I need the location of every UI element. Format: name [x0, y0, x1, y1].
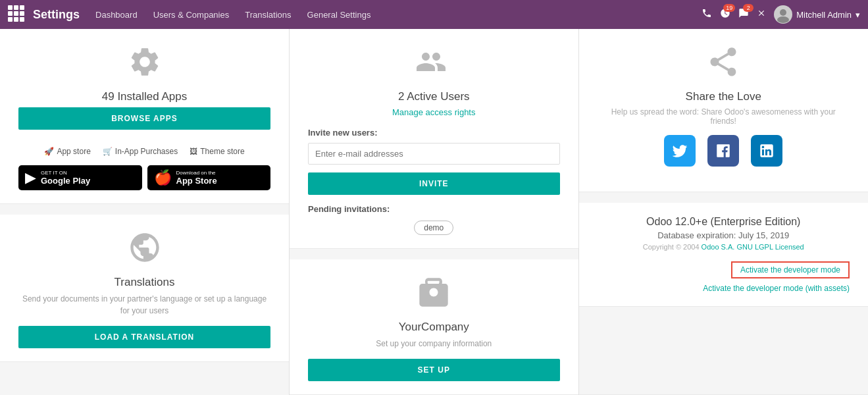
column-users: 2 Active Users Manage access rights Invi… [290, 29, 579, 395]
clock-badge: 19 [723, 4, 735, 12]
facebook-icon[interactable] [707, 135, 739, 167]
nav-translations[interactable]: Translations [245, 10, 291, 20]
pending-chip: demo [414, 221, 453, 235]
nav-dashboard[interactable]: Dashboard [95, 10, 138, 20]
share-title: Share the Love [686, 90, 761, 103]
user-name: Mitchell Admin [796, 10, 852, 20]
column-share: Share the Love Help us spread the word: … [579, 29, 869, 395]
google-play-icon: ▶ [25, 169, 36, 186]
share-love-card: Share the Love Help us spread the word: … [579, 29, 869, 192]
social-icons [664, 135, 782, 167]
google-play-btn[interactable]: ▶ GET IT ON Google Play [18, 165, 142, 190]
user-dropdown-arrow: ▾ [855, 10, 860, 20]
svg-point-1 [777, 16, 789, 23]
theme-store-link[interactable]: 🖼 Theme store [190, 147, 244, 156]
column-apps: 49 Installed Apps BROWSE APPS 🚀 App stor… [0, 29, 290, 395]
pending-label: Pending invitations: [308, 204, 560, 214]
installed-apps-card: 49 Installed Apps BROWSE APPS 🚀 App stor… [0, 29, 289, 204]
activate-developer-mode-link[interactable]: Activate the developer mode [731, 261, 850, 278]
chat-badge: 2 [743, 4, 753, 12]
globe-icon [128, 230, 162, 269]
chat-icon[interactable]: 2 [738, 8, 749, 21]
phone-icon[interactable] [702, 8, 712, 21]
nav-users-companies[interactable]: Users & Companies [153, 10, 230, 20]
app-store-link[interactable]: 🚀 App store [44, 147, 90, 156]
store-links: ▶ GET IT ON Google Play 🍎 Download on th… [18, 165, 270, 190]
linkedin-icon[interactable] [751, 135, 782, 167]
browse-apps-btn[interactable]: BROWSE APPS [18, 107, 270, 130]
company-subtitle: Set up your company information [376, 338, 492, 350]
company-title: YourCompany [399, 321, 469, 334]
translations-card: Translations Send your documents in your… [0, 215, 289, 362]
invite-label: Invite new users: [308, 128, 560, 138]
users-icon [415, 45, 452, 84]
quick-links: 🚀 App store 🛒 In-App Purchases 🖼 Theme s… [18, 147, 270, 156]
translations-title: Translations [115, 276, 175, 289]
version-card: Odoo 12.0+e (Enterprise Edition) Databas… [579, 203, 869, 307]
user-avatar-btn[interactable]: Mitchell Admin ▾ [774, 5, 860, 24]
navbar-links: Dashboard Users & Companies Translations… [95, 10, 702, 20]
active-users-card: 2 Active Users Manage access rights Invi… [290, 29, 578, 249]
version-title: Odoo 12.0+e (Enterprise Edition) [598, 216, 850, 228]
svg-point-0 [780, 9, 786, 16]
apple-icon: 🍎 [154, 169, 172, 186]
app-title: Settings [33, 8, 80, 22]
nav-general-settings[interactable]: General Settings [307, 10, 371, 20]
close-icon[interactable] [757, 9, 766, 20]
navbar: Settings Dashboard Users & Companies Tra… [0, 0, 868, 29]
gnu-link[interactable]: GNU LGPL Licensed [736, 243, 804, 251]
grid-menu-icon[interactable] [8, 5, 26, 24]
in-app-purchases-link[interactable]: 🛒 In-App Purchases [103, 147, 178, 156]
twitter-icon[interactable] [664, 135, 696, 167]
developer-mode-section: Activate the developer mode Activate the… [598, 261, 850, 293]
main-content: 49 Installed Apps BROWSE APPS 🚀 App stor… [0, 29, 868, 395]
translations-subtitle: Send your documents in your partner's la… [18, 293, 270, 317]
gear-icon [128, 45, 162, 84]
odoo-sa-link[interactable]: Odoo S.A. [702, 243, 735, 251]
activate-developer-mode-assets-link[interactable]: Activate the developer mode (with assets… [598, 284, 850, 293]
clock-icon[interactable]: 19 [720, 8, 730, 21]
share-subtitle: Help us spread the word: Share Odoo's aw… [598, 107, 850, 126]
manage-access-link[interactable]: Manage access rights [392, 107, 475, 117]
version-expiry: Database expiration: July 15, 2019 [598, 230, 850, 240]
company-card: YourCompany Set up your company informat… [290, 259, 578, 395]
invite-email-input[interactable] [308, 143, 560, 165]
version-copyright: Copyright © 2004 Odoo S.A. GNU LGPL Lice… [598, 243, 850, 251]
briefcase-icon [417, 275, 451, 314]
load-translation-btn[interactable]: LOAD A TRANSLATION [18, 326, 270, 348]
theme-icon: 🖼 [190, 147, 197, 156]
cart-icon: 🛒 [103, 147, 113, 156]
avatar [774, 5, 792, 24]
rocket-icon: 🚀 [44, 147, 54, 156]
setup-btn[interactable]: SET UP [308, 359, 560, 381]
installed-count: 49 Installed Apps [102, 90, 187, 103]
navbar-right: 19 2 Mitchell Admin ▾ [702, 5, 860, 24]
active-users-count: 2 Active Users [398, 90, 470, 103]
share-icon [706, 45, 740, 84]
invite-btn[interactable]: INVITE [308, 172, 560, 195]
app-store-btn[interactable]: 🍎 Download on the App Store [147, 165, 271, 190]
